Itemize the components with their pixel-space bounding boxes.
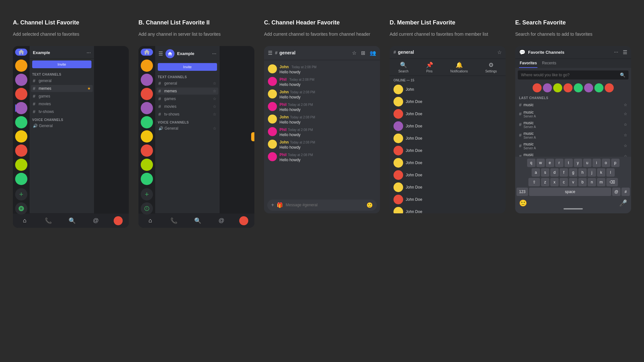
key-o[interactable]: o (602, 159, 610, 167)
last-channel-item[interactable]: # music Server A ☆ (515, 109, 631, 119)
profile-nav-icon-b[interactable] (239, 216, 248, 225)
key-a[interactable]: a (532, 168, 540, 177)
channel-memes-b[interactable]: # memes ☆ (156, 88, 218, 95)
tab-inactive-e[interactable]: Recents (541, 59, 557, 68)
discover-button-b[interactable] (141, 202, 153, 215)
star-outline-icon[interactable]: ☆ (213, 126, 216, 131)
star-outline-icon[interactable]: ☆ (624, 154, 627, 157)
color-dot-purple2[interactable] (584, 83, 593, 92)
server-icon-yellow[interactable] (15, 130, 27, 143)
star-outline-icon[interactable]: ☆ (213, 104, 216, 109)
home-nav-icon[interactable]: ⌂ (19, 216, 31, 225)
server-b-4[interactable] (141, 102, 153, 114)
color-dot-lime[interactable] (553, 83, 562, 92)
channel-voice-general-b[interactable]: 🔊 General ☆ (156, 125, 218, 132)
key-l[interactable]: l (606, 168, 615, 177)
key-h[interactable]: h (578, 168, 587, 177)
key-f[interactable]: f (560, 168, 568, 177)
more-options-b[interactable]: ··· (212, 51, 216, 57)
gift-icon[interactable]: 🎁 (277, 202, 283, 208)
server-icon-lime[interactable] (15, 159, 27, 171)
channel-movies-b[interactable]: # movies ☆ (156, 103, 218, 110)
search-icon-e[interactable]: 🔍 (620, 72, 625, 78)
key-s[interactable]: s (541, 168, 549, 177)
key-g[interactable]: g (569, 168, 577, 177)
server-b-1[interactable] (141, 60, 153, 72)
server-icon-green2[interactable] (15, 173, 27, 185)
tab-active-e[interactable]: Favorites (519, 59, 537, 68)
channel-games-b[interactable]: # games ☆ (156, 95, 218, 102)
server-icon-red[interactable] (15, 88, 27, 100)
members-icon[interactable]: 👥 (370, 50, 376, 56)
star-outline-icon[interactable]: ☆ (624, 133, 627, 137)
star-header-icon[interactable]: ☆ (352, 50, 356, 56)
server-b-9[interactable] (141, 173, 153, 185)
server-b-3[interactable] (141, 88, 153, 100)
notifications-tool[interactable]: 🔔 Notifications (450, 61, 468, 73)
server-b-8[interactable] (141, 159, 153, 171)
hamburger-icon-e[interactable]: ☰ (623, 49, 627, 55)
server-icon-green[interactable] (15, 116, 27, 128)
key-d[interactable]: d (550, 168, 559, 177)
key-123[interactable]: 123 (516, 188, 528, 196)
last-channel-item[interactable]: # music Server A ☆ (515, 151, 631, 157)
search-input-e[interactable] (521, 73, 618, 77)
color-dot-red[interactable] (533, 83, 542, 92)
search-nav-icon[interactable]: 🔍 (66, 216, 78, 225)
home-icon-b[interactable] (141, 49, 153, 56)
channel-voice-general-a[interactable]: 🔊 General (31, 123, 93, 129)
star-filled-icon[interactable]: ★ (87, 86, 91, 91)
key-n[interactable]: n (588, 178, 596, 186)
member-item[interactable]: John Doe (390, 193, 506, 206)
star-outline-icon[interactable]: ☆ (213, 97, 216, 101)
key-u[interactable]: u (583, 159, 592, 167)
key-w[interactable]: w (536, 159, 545, 167)
member-item[interactable]: John Doe (390, 144, 506, 157)
key-r[interactable]: r (555, 159, 564, 167)
member-item[interactable]: John Doe (390, 157, 506, 169)
key-b[interactable]: b (578, 178, 587, 186)
key-y[interactable]: y (574, 159, 582, 167)
last-channel-item[interactable]: # music Server A ☆ (515, 130, 631, 141)
server-b-5[interactable] (141, 116, 153, 128)
message-input[interactable] (286, 203, 364, 207)
key-at[interactable]: @ (612, 188, 620, 196)
key-c[interactable]: c (560, 178, 568, 186)
channel-tvshows-a[interactable]: # tv-shows (31, 108, 93, 115)
settings-tool[interactable]: ⚙ Settings (485, 61, 497, 73)
home-icon[interactable] (15, 49, 27, 56)
calls-nav-icon-b[interactable]: 📞 (168, 216, 180, 225)
member-item[interactable]: John Doe (390, 132, 506, 144)
star-outline-icon[interactable]: ☆ (213, 112, 216, 116)
channel-general-a[interactable]: # general (31, 77, 93, 84)
more-options-a[interactable]: ··· (87, 50, 91, 56)
key-x[interactable]: x (550, 178, 559, 186)
pins-tool[interactable]: 📌 Pins (426, 61, 433, 73)
add-server-button[interactable]: + (15, 188, 27, 200)
server-b-2[interactable] (141, 74, 153, 86)
key-v[interactable]: v (569, 178, 577, 186)
star-outline-icon[interactable]: ☆ (213, 81, 216, 86)
channel-movies-a[interactable]: # movies (31, 100, 93, 107)
last-channel-item[interactable]: # music Server A ☆ (515, 119, 631, 130)
threads-icon[interactable]: ⊞ (361, 50, 365, 56)
server-b-7[interactable] (141, 144, 153, 157)
color-dot-green[interactable] (574, 83, 583, 92)
server-icon-red2[interactable] (15, 144, 27, 157)
member-item[interactable]: John Doe (390, 108, 506, 120)
mentions-nav-icon-b[interactable]: @ (216, 216, 227, 225)
server-b-6[interactable] (141, 130, 153, 143)
key-t[interactable]: t (564, 159, 573, 167)
color-dot-red2[interactable] (564, 83, 573, 92)
key-e[interactable]: e (546, 159, 554, 167)
server-icon-orange[interactable] (15, 60, 27, 72)
key-j[interactable]: j (588, 168, 596, 177)
channel-general-b[interactable]: # general ☆ (156, 80, 218, 87)
member-item[interactable]: John (390, 83, 506, 96)
member-item[interactable]: John Doe (390, 181, 506, 193)
calls-nav-icon[interactable]: 📞 (43, 216, 54, 225)
hamburger-icon-b[interactable]: ☰ (158, 51, 163, 57)
last-channel-item[interactable]: # music ☆ (515, 101, 631, 109)
add-server-button-b[interactable]: + (141, 188, 153, 200)
invite-button-a[interactable]: Invite (32, 60, 91, 68)
